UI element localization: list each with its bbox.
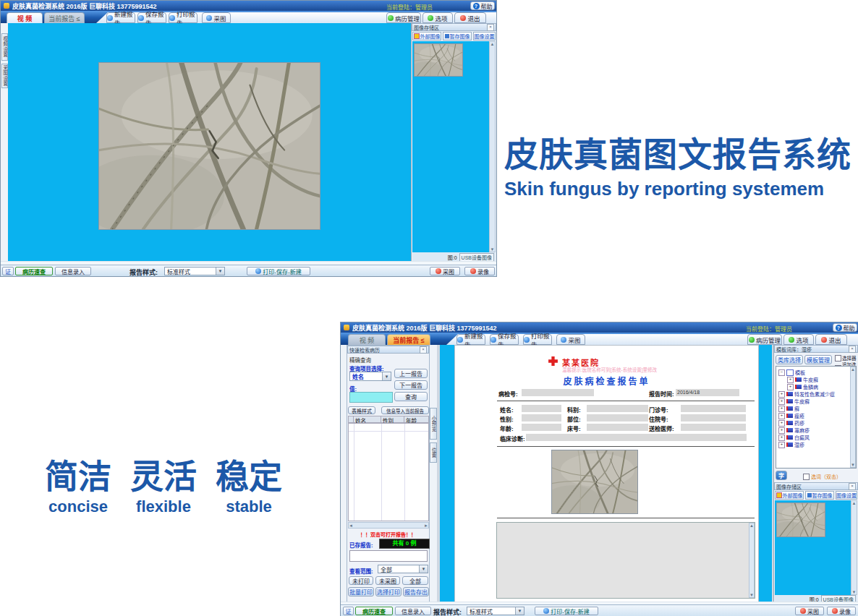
tree-scrollbar[interactable]: ▲▼ — [850, 367, 856, 468]
tab-current-report[interactable]: 当前报告 ≤ — [44, 12, 85, 23]
library-select-button[interactable]: 类库选择 — [776, 355, 803, 364]
field-value[interactable] — [587, 424, 648, 431]
image-store-scrollbar[interactable]: ▲▼ — [851, 500, 857, 595]
external-image-button[interactable]: 外部图像 — [775, 491, 804, 500]
info-entry-button[interactable]: 信息录入 — [55, 267, 91, 275]
table-style-button[interactable]: 表格样式 — [348, 406, 375, 414]
tree-item[interactable]: +牛皮癣 — [787, 376, 818, 383]
side-tab-position[interactable]: 位置 — [430, 442, 437, 463]
tree-item[interactable]: +湿疹 — [778, 441, 804, 448]
info-entry-button[interactable]: 信息录入 — [395, 607, 431, 615]
quick-lookup-button[interactable]: 病历速查 — [15, 267, 53, 275]
exit-button[interactable]: 退出 — [454, 12, 486, 23]
record-video-button[interactable]: 录像 — [464, 267, 495, 275]
tree-item-root[interactable]: −模板 — [778, 369, 805, 376]
tab-current-report[interactable]: 当前报告 ≤ — [387, 334, 430, 345]
side-tab-preview[interactable]: 小预览 — [430, 408, 437, 440]
query-value-input[interactable] — [349, 392, 393, 403]
tree-item[interactable]: +药疹 — [778, 419, 804, 427]
help-button[interactable]: ? 帮助 — [470, 1, 495, 10]
tree-item[interactable]: +痤疮 — [778, 412, 804, 419]
capture-button[interactable]: 采图 — [430, 267, 460, 275]
field-value[interactable] — [522, 424, 561, 431]
field-value[interactable] — [587, 414, 648, 422]
new-report-button[interactable]: 新建报告 — [456, 334, 485, 345]
external-image-button[interactable]: 外部图像 — [412, 32, 441, 40]
filter-uncaptured-button[interactable]: 未采图 — [375, 576, 400, 585]
print-report-button[interactable]: 打印报告 — [169, 12, 197, 23]
export-report-button[interactable]: 报告存出 — [403, 587, 429, 596]
field-value[interactable] — [681, 405, 746, 412]
tree-item[interactable]: +白癜风 — [778, 434, 810, 441]
close-icon[interactable]: × — [849, 346, 856, 353]
capture-image-button[interactable]: 采图 — [202, 12, 231, 23]
capture-image-button[interactable]: 采图 — [556, 334, 585, 345]
image-settings-button[interactable]: 图像设置 — [836, 491, 857, 500]
import-info-button[interactable]: 信息导入当前报告 — [381, 406, 429, 414]
tree-item[interactable]: +荨麻疹 — [778, 427, 810, 434]
exam-no-value[interactable] — [522, 389, 594, 396]
field-value[interactable] — [681, 424, 746, 431]
close-icon[interactable]: × — [487, 24, 494, 31]
view-range-select[interactable]: 全部▼ — [378, 565, 428, 573]
next-report-button[interactable]: 下一报告 — [394, 380, 428, 390]
options-button[interactable]: 选项 — [422, 12, 453, 23]
cert-button[interactable]: 证 — [2, 267, 14, 275]
help-button[interactable]: ? 帮助 — [833, 323, 857, 332]
col-age[interactable]: 年龄 — [404, 416, 429, 423]
side-tab-video-settings[interactable]: 视频设置 — [1, 33, 8, 61]
exit-button[interactable]: 退出 — [815, 334, 847, 345]
record-manage-button[interactable]: 病历管理 — [747, 334, 782, 345]
tree-item[interactable]: +鱼鳞病 — [787, 383, 818, 390]
save-report-button[interactable]: 保存报告 — [490, 334, 519, 345]
template-manage-button[interactable]: 模板管理 — [804, 355, 832, 364]
field-value[interactable] — [587, 405, 648, 412]
char-mode-button[interactable]: 字 — [776, 471, 787, 480]
tab-video[interactable]: 视 频 — [348, 334, 386, 345]
record-video-button[interactable]: 录像 — [827, 607, 856, 615]
print-save-new-button[interactable]: 打印-保存-新建 — [247, 267, 310, 275]
filter-unprinted-button[interactable]: 未打印 — [349, 576, 373, 585]
cert-button[interactable]: 证 — [343, 607, 354, 615]
col-name[interactable]: 姓名 — [354, 416, 381, 423]
new-report-button[interactable]: 新建报告 — [106, 12, 135, 23]
field-value[interactable] — [522, 414, 561, 422]
quick-lookup-button[interactable]: 病历速查 — [355, 607, 393, 615]
close-icon[interactable]: × — [420, 346, 427, 354]
tree-item[interactable]: +癣 — [778, 405, 799, 412]
temp-image-button[interactable]: 暂存图像 — [805, 491, 834, 500]
filter-all-button[interactable]: 全部 — [402, 576, 428, 585]
report-time-value[interactable]: 2016/4/18 — [676, 389, 739, 396]
report-microscope-image[interactable] — [551, 450, 638, 514]
report-style-select[interactable]: 标准样式▼ — [164, 267, 225, 275]
query-button[interactable]: 查询 — [394, 392, 428, 401]
select-print-button[interactable]: 选择打印 — [375, 587, 402, 596]
select-word-checkbox[interactable]: 选词（双击） — [803, 473, 841, 480]
h-scrollbar[interactable]: ◄► — [348, 522, 429, 529]
batch-print-button[interactable]: 批量打印 — [348, 587, 374, 596]
diagnosis-value[interactable] — [526, 434, 747, 441]
capture-button[interactable]: 采图 — [795, 607, 824, 615]
stored-image-thumbnail[interactable] — [414, 43, 463, 77]
field-value[interactable] — [522, 405, 561, 412]
image-settings-button[interactable]: 图像设置 — [473, 32, 496, 40]
report-text-area[interactable]: ▲▼ — [496, 522, 755, 599]
options-button[interactable]: 选项 — [783, 334, 814, 345]
record-manage-button[interactable]: 病历管理 — [386, 12, 421, 23]
query-field-select[interactable]: 姓名▼ — [349, 372, 391, 381]
prev-report-button[interactable]: 上一报告 — [394, 369, 428, 378]
print-save-new-button[interactable]: 打印-保存-新建 — [535, 607, 598, 615]
tab-video[interactable]: 视 频 — [7, 12, 43, 23]
stored-image-thumbnail[interactable] — [776, 502, 825, 537]
save-report-button[interactable]: 保存报告 — [137, 12, 166, 23]
report-style-select[interactable]: 标准样式▼ — [467, 607, 524, 615]
side-tab-capture-settings[interactable]: 采图设置 — [1, 64, 8, 88]
tree-item[interactable]: +特发性色素减少症 — [778, 390, 835, 398]
text-area-scrollbar[interactable]: ▲▼ — [749, 523, 755, 598]
temp-image-button[interactable]: 暂存图像 — [443, 32, 472, 40]
col-gender[interactable]: 性别 — [381, 416, 404, 423]
close-icon[interactable]: × — [849, 483, 856, 490]
tree-item[interactable]: +牛皮癣 — [778, 398, 810, 405]
field-value[interactable] — [681, 414, 746, 422]
print-report-button[interactable]: 打印报告 — [523, 334, 552, 345]
